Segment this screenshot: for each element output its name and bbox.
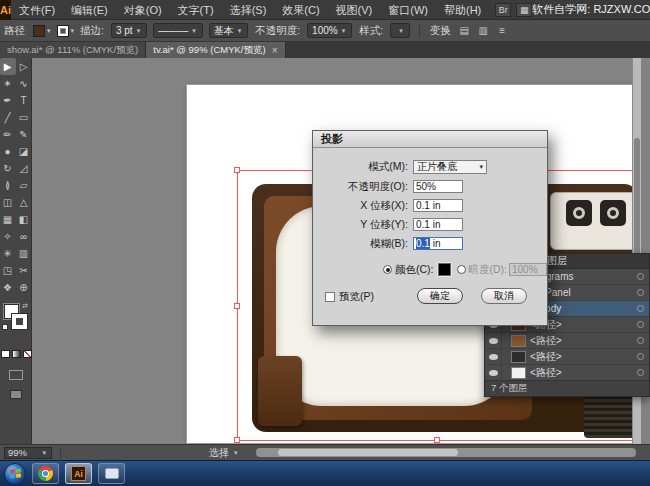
layers-tab[interactable]: 图层 — [547, 254, 567, 268]
zoom-select[interactable]: 99% ▾ — [4, 447, 52, 459]
layer-thumbnail[interactable] — [511, 367, 526, 379]
target-circle-icon[interactable] — [637, 289, 644, 296]
horizontal-scrollbar[interactable] — [256, 448, 636, 457]
selection-handle[interactable] — [234, 167, 240, 173]
tab-show-ai[interactable]: show.ai* @ 111% (CMYK/预览) — [0, 42, 146, 58]
tool-pencil[interactable]: ✎ — [16, 126, 32, 143]
selection-handle[interactable] — [434, 437, 440, 443]
transform-link[interactable]: 变换 — [430, 24, 451, 38]
dialog-title[interactable]: 投影 — [313, 131, 547, 148]
tool-eyedropper[interactable]: ✧ — [0, 228, 16, 245]
tool-column-graph[interactable]: ▥ — [16, 245, 32, 262]
target-circle-icon[interactable] — [637, 369, 644, 376]
swap-fill-stroke-icon[interactable]: ⇄ — [22, 302, 28, 310]
target-circle-icon[interactable] — [637, 321, 644, 328]
visibility-toggle[interactable] — [485, 365, 502, 380]
tool-direct-selection[interactable]: ▷ — [16, 58, 32, 75]
fill-dropdown-arrow[interactable]: ▾ — [47, 27, 51, 35]
start-button[interactable] — [4, 463, 26, 485]
x-offset-field[interactable]: 0.1 in — [413, 199, 463, 212]
cancel-button[interactable]: 取消 — [481, 288, 527, 304]
gradient-mode-icon[interactable] — [12, 350, 21, 358]
taskbar-chrome-icon[interactable] — [32, 463, 59, 484]
tool-magic-wand[interactable]: ✶ — [0, 75, 16, 92]
visibility-toggle[interactable] — [485, 333, 502, 348]
tool-shape-builder[interactable]: ◫ — [0, 194, 16, 211]
tool-symbol-sprayer[interactable]: ✳ — [0, 245, 16, 262]
selection-handle[interactable] — [234, 437, 240, 443]
brush-definition-select[interactable]: 基本 ▾ — [209, 23, 249, 38]
tool-hand[interactable]: ❖ — [0, 279, 16, 296]
darkness-radio[interactable] — [457, 265, 466, 274]
tool-pen[interactable]: ✒ — [0, 92, 16, 109]
layer-name[interactable]: <路径> — [530, 366, 562, 380]
menu-file[interactable]: 文件(F) — [11, 0, 63, 20]
opacity-select[interactable]: 100% ▾ — [307, 23, 352, 38]
preview-checkbox[interactable] — [325, 292, 335, 302]
menu-help[interactable]: 帮助(H) — [436, 0, 489, 20]
taskbar-app-icon[interactable] — [98, 463, 125, 484]
tool-blend[interactable]: ∞ — [16, 228, 32, 245]
tool-rectangle[interactable]: ▭ — [16, 109, 32, 126]
target-circle-icon[interactable] — [637, 337, 644, 344]
stroke-swatch[interactable] — [12, 314, 27, 329]
variable-width-select[interactable]: ——— ▾ — [153, 23, 203, 38]
layer-row-path-3[interactable]: <路径> — [485, 349, 649, 365]
y-offset-field[interactable]: 0.1 in — [413, 218, 463, 231]
draw-mode-icon[interactable] — [9, 370, 23, 380]
dialog-opacity-field[interactable]: 50% — [413, 180, 463, 193]
tool-slice[interactable]: ✂ — [16, 262, 32, 279]
tool-selection[interactable]: ▶ — [0, 58, 16, 75]
control-menu-icon[interactable]: ≡ — [495, 24, 510, 37]
layer-thumbnail[interactable] — [511, 335, 526, 347]
visibility-toggle[interactable] — [485, 349, 502, 364]
layer-name[interactable]: <路径> — [530, 350, 562, 364]
mode-select[interactable]: 正片叠底 ▾ — [413, 160, 487, 174]
tool-gradient[interactable]: ◧ — [16, 211, 32, 228]
tool-artboard[interactable]: ◳ — [0, 262, 16, 279]
stroke-dropdown-arrow[interactable]: ▾ — [71, 27, 75, 35]
vertical-scrollbar-thumb[interactable] — [634, 138, 640, 268]
tool-paintbrush[interactable]: ✏ — [0, 126, 16, 143]
tool-perspective-grid[interactable]: △ — [16, 194, 32, 211]
selection-handle[interactable] — [234, 303, 240, 309]
menu-select[interactable]: 选择(S) — [222, 0, 275, 20]
menu-view[interactable]: 视图(V) — [328, 0, 381, 20]
menu-window[interactable]: 窗口(W) — [380, 0, 436, 20]
menu-effect[interactable]: 效果(C) — [274, 0, 327, 20]
menu-edit[interactable]: 编辑(E) — [63, 0, 116, 20]
tool-line-segment[interactable]: ╱ — [0, 109, 16, 126]
layer-row-path-4[interactable]: <路径> — [485, 365, 649, 381]
target-circle-icon[interactable] — [637, 305, 644, 312]
target-circle-icon[interactable] — [637, 353, 644, 360]
menu-type[interactable]: 文字(T) — [170, 0, 222, 20]
blur-field[interactable]: 0.1 in — [413, 237, 463, 250]
stroke-weight-select[interactable]: 3 pt ▾ — [111, 23, 147, 38]
stroke-color-swatch[interactable] — [57, 25, 69, 37]
tab-tv-ai[interactable]: tv.ai* @ 99% (CMYK/预览) × — [146, 42, 285, 58]
panels-icon[interactable]: ▥ — [476, 24, 491, 37]
fill-color-swatch[interactable] — [33, 25, 45, 37]
taskbar-illustrator-icon[interactable]: Ai — [65, 463, 92, 484]
horizontal-scrollbar-thumb[interactable] — [278, 449, 458, 456]
layer-row-path-2[interactable]: <路径> — [485, 333, 649, 349]
color-mode-icon[interactable] — [1, 350, 10, 358]
default-fill-stroke-icon[interactable] — [2, 324, 8, 330]
style-select[interactable]: ▾ — [390, 23, 410, 38]
align-panel-icon[interactable]: ▤ — [457, 24, 472, 37]
color-radio[interactable] — [383, 265, 392, 274]
app-logo[interactable]: Ai — [0, 0, 11, 20]
shadow-color-swatch[interactable] — [438, 263, 451, 276]
tab-close-icon[interactable]: × — [272, 45, 278, 56]
current-tool-status[interactable]: 选择 ▾ — [209, 446, 240, 460]
tool-width[interactable]: ≬ — [0, 177, 16, 194]
arrange-documents-icon[interactable]: ▦ — [516, 3, 532, 17]
tool-zoom[interactable]: ⊕ — [16, 279, 32, 296]
none-mode-icon[interactable] — [23, 350, 32, 358]
tool-rotate[interactable]: ↻ — [0, 160, 16, 177]
target-circle-icon[interactable] — [637, 273, 644, 280]
tool-blob-brush[interactable]: ● — [0, 143, 16, 160]
screen-mode-icon[interactable] — [10, 390, 22, 399]
menu-object[interactable]: 对象(O) — [116, 0, 170, 20]
tool-scale[interactable]: ◿ — [16, 160, 32, 177]
